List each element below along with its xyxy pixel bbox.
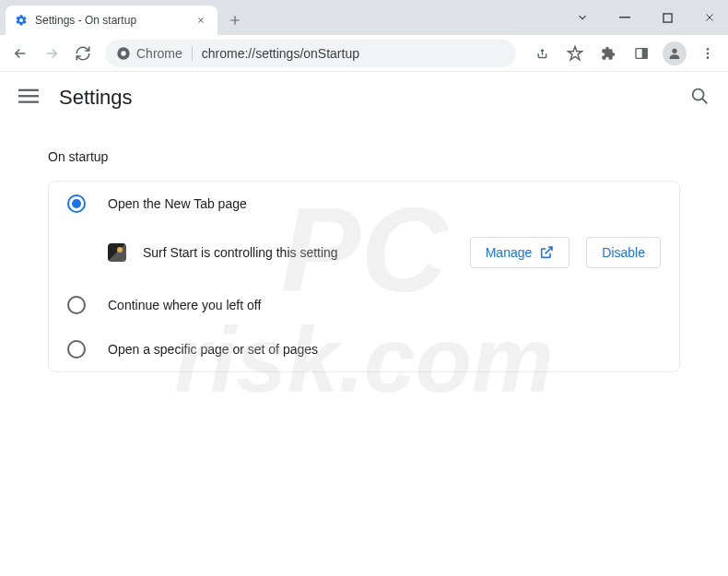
browser-tab[interactable]: Settings - On startup xyxy=(6,6,217,35)
forward-button[interactable] xyxy=(39,41,65,66)
new-tab-button[interactable] xyxy=(229,6,241,35)
svg-rect-5 xyxy=(642,48,647,58)
profile-avatar[interactable] xyxy=(662,41,687,66)
menu-hamburger-icon[interactable] xyxy=(18,86,39,110)
svg-point-9 xyxy=(707,56,710,59)
svg-rect-12 xyxy=(18,101,39,103)
search-icon[interactable] xyxy=(689,86,710,110)
svg-point-13 xyxy=(693,89,704,100)
svg-rect-0 xyxy=(619,17,630,18)
share-icon[interactable] xyxy=(529,41,555,66)
extension-notice-row: Surf Start is controlling this setting M… xyxy=(49,226,679,283)
manage-button[interactable]: Manage xyxy=(470,237,570,268)
url-text: chrome://settings/onStartup xyxy=(202,46,359,61)
option-label: Open a specific page or set of pages xyxy=(108,342,318,357)
section-label: On startup xyxy=(48,149,680,164)
close-window-button[interactable] xyxy=(699,12,721,23)
minimize-button[interactable] xyxy=(614,12,636,23)
svg-point-8 xyxy=(707,52,710,54)
settings-header: Settings xyxy=(0,72,728,123)
svg-point-6 xyxy=(672,48,676,53)
menu-icon[interactable] xyxy=(695,41,721,66)
chrome-icon xyxy=(116,46,131,61)
option-label: Continue where you left off xyxy=(108,298,261,312)
maximize-button[interactable] xyxy=(656,13,678,23)
chrome-chip: Chrome xyxy=(116,46,193,61)
extension-notice-text: Surf Start is controlling this setting xyxy=(143,245,453,260)
close-icon[interactable] xyxy=(194,16,208,25)
svg-point-7 xyxy=(707,48,710,51)
svg-rect-11 xyxy=(18,95,39,97)
radio-selected-icon[interactable] xyxy=(67,194,86,213)
disable-button[interactable]: Disable xyxy=(586,237,661,268)
side-panel-icon[interactable] xyxy=(628,41,654,66)
option-open-new-tab[interactable]: Open the New Tab page xyxy=(49,182,679,226)
bookmark-icon[interactable] xyxy=(562,41,588,66)
svg-rect-10 xyxy=(18,89,39,91)
chevron-down-icon[interactable] xyxy=(571,11,593,24)
open-external-icon xyxy=(539,245,554,260)
option-label: Open the New Tab page xyxy=(108,196,247,211)
back-button[interactable] xyxy=(7,41,33,66)
startup-options-card: Open the New Tab page Surf Start is cont… xyxy=(48,181,680,372)
gear-icon xyxy=(15,14,28,27)
radio-icon[interactable] xyxy=(67,296,86,314)
window-controls xyxy=(571,0,721,35)
option-specific-pages[interactable]: Open a specific page or set of pages xyxy=(49,327,679,371)
extensions-icon[interactable] xyxy=(595,41,621,66)
page-title: Settings xyxy=(59,86,133,110)
tab-title: Settings - On startup xyxy=(35,14,186,27)
address-bar[interactable]: Chrome chrome://settings/onStartup xyxy=(105,40,516,67)
svg-rect-1 xyxy=(663,13,671,21)
browser-titlebar: Settings - On startup xyxy=(0,0,728,35)
extension-icon xyxy=(108,243,126,262)
reload-button[interactable] xyxy=(70,41,96,66)
option-continue[interactable]: Continue where you left off xyxy=(49,283,679,327)
settings-content: On startup Open the New Tab page Surf St… xyxy=(0,123,728,398)
browser-toolbar: Chrome chrome://settings/onStartup xyxy=(0,35,728,72)
radio-icon[interactable] xyxy=(67,340,86,359)
svg-point-3 xyxy=(121,51,125,55)
